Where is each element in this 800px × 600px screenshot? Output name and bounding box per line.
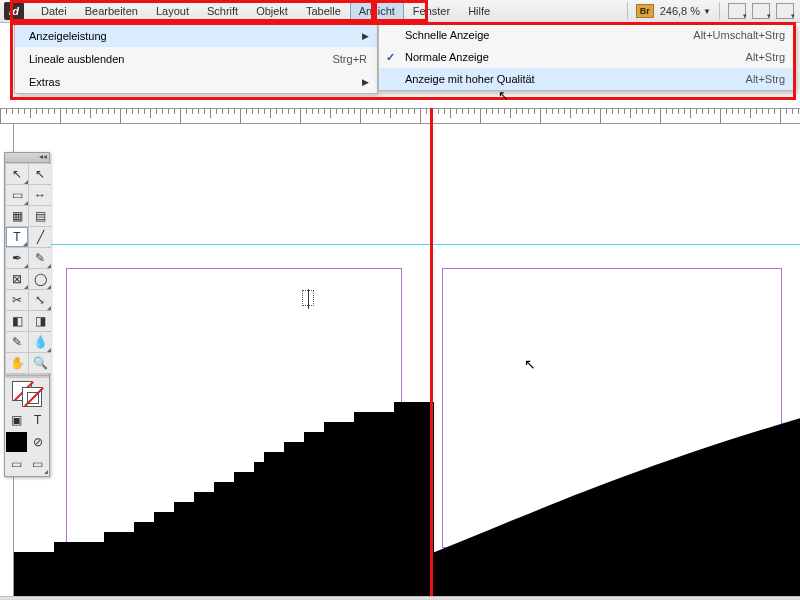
pen-tool[interactable]: ✒ [6, 248, 28, 268]
svg-rect-14 [154, 512, 164, 600]
svg-rect-1 [24, 552, 34, 600]
svg-rect-23 [244, 472, 254, 600]
svg-rect-27 [284, 442, 294, 600]
pencil-tool[interactable]: ✎ [29, 248, 51, 268]
preview-view-mode[interactable]: ▭ [28, 454, 49, 474]
rectangle-frame-tool[interactable]: ⊠ [6, 269, 28, 289]
menu-schrift[interactable]: Schrift [198, 2, 247, 20]
text-cursor-icon [302, 290, 314, 306]
toolbar-right: Br 246,8 % ▼ ▾ ▾ ▾ [625, 2, 800, 20]
horizontal-scrollbar[interactable] [0, 596, 800, 600]
page-tool[interactable]: ▭ [6, 185, 28, 205]
svg-rect-9 [104, 532, 114, 600]
gradient-feather-tool[interactable]: ◨ [29, 311, 51, 331]
gradient-swatch-tool[interactable]: ◧ [6, 311, 28, 331]
svg-rect-6 [74, 542, 84, 600]
menu-objekt[interactable]: Objekt [247, 2, 297, 20]
selection-tool[interactable]: ↖ [6, 164, 28, 184]
separator [627, 2, 628, 20]
menu-lineale-ausblenden[interactable]: Lineale ausblenden Strg+R [15, 47, 377, 70]
ellipse-tool[interactable]: ◯ [29, 269, 51, 289]
content-placer-tool[interactable]: ▤ [29, 206, 51, 226]
zoom-value: 246,8 % [660, 5, 700, 17]
menu-hilfe[interactable]: Hilfe [459, 2, 499, 20]
svg-rect-16 [174, 502, 184, 600]
svg-rect-26 [274, 452, 284, 600]
apply-none-button[interactable]: ⊘ [28, 432, 49, 452]
stroke-swatch[interactable] [22, 387, 42, 407]
menu-bearbeiten[interactable]: Bearbeiten [76, 2, 147, 20]
svg-rect-37 [384, 412, 394, 600]
content-collector-tool[interactable]: ▦ [6, 206, 28, 226]
svg-rect-15 [164, 512, 174, 600]
svg-rect-29 [304, 432, 314, 600]
direct-selection-tool[interactable]: ↖ [29, 164, 51, 184]
svg-rect-40 [414, 402, 424, 600]
scissors-tool[interactable]: ✂ [6, 290, 28, 310]
document-canvas[interactable] [14, 124, 800, 600]
svg-rect-17 [184, 502, 194, 600]
svg-rect-28 [294, 442, 304, 600]
screen-mode-icon[interactable]: ▾ [752, 3, 770, 19]
menu-layout[interactable]: Layout [147, 2, 198, 20]
formatting-container-toggle[interactable]: ▣ [6, 410, 27, 430]
check-icon: ✓ [386, 51, 395, 64]
menu-shortcut: Strg+R [332, 53, 367, 65]
svg-rect-18 [194, 492, 204, 600]
zoom-level-dropdown[interactable]: 246,8 % ▼ [660, 5, 711, 17]
menu-ansicht[interactable]: Ansicht [350, 2, 404, 20]
submenu-shortcut: Alt+Strg [746, 51, 785, 63]
ansicht-dropdown: Anzeigeleistung ▶ Lineale ausblenden Str… [14, 23, 378, 94]
line-tool[interactable]: ╱ [29, 227, 51, 247]
fill-stroke-swatch[interactable] [5, 378, 49, 410]
view-options-icon[interactable]: ▾ [728, 3, 746, 19]
svg-rect-3 [44, 552, 54, 600]
placed-image-normal-quality [14, 282, 434, 600]
svg-rect-21 [224, 482, 234, 600]
anzeigeleistung-submenu: Schnelle Anzeige Alt+Umschalt+Strg ✓ Nor… [378, 23, 796, 91]
svg-rect-22 [234, 472, 244, 600]
bridge-button[interactable]: Br [636, 4, 654, 18]
svg-rect-24 [254, 462, 264, 600]
menu-label: Lineale ausblenden [29, 53, 332, 65]
normal-view-mode[interactable]: ▭ [6, 454, 27, 474]
cursor-pointer-icon: ↖ [498, 88, 509, 103]
arrange-docs-icon[interactable]: ▾ [776, 3, 794, 19]
guide-line[interactable] [14, 244, 800, 245]
menu-datei[interactable]: Datei [32, 2, 76, 20]
svg-rect-10 [114, 532, 124, 600]
menu-anzeigeleistung[interactable]: Anzeigeleistung ▶ [15, 24, 377, 47]
menu-extras[interactable]: Extras ▶ [15, 70, 377, 93]
annotation-divider [430, 108, 433, 600]
svg-rect-19 [204, 492, 214, 600]
submenu-hohe-qualitaet[interactable]: Anzeige mit hoher Qualität Alt+Strg [379, 68, 795, 90]
submenu-arrow-icon: ▶ [362, 31, 369, 41]
free-transform-tool[interactable]: ⤡ [29, 290, 51, 310]
menu-label: Extras [29, 76, 367, 88]
formatting-text-toggle[interactable]: T [28, 410, 49, 430]
note-tool[interactable]: ✎ [6, 332, 28, 352]
svg-rect-31 [324, 422, 334, 600]
gap-tool[interactable]: ↔ [29, 185, 51, 205]
svg-rect-13 [144, 522, 154, 600]
svg-rect-25 [264, 452, 274, 600]
submenu-schnelle-anzeige[interactable]: Schnelle Anzeige Alt+Umschalt+Strg [379, 24, 795, 46]
submenu-shortcut: Alt+Umschalt+Strg [693, 29, 785, 41]
menu-fenster[interactable]: Fenster [404, 2, 459, 20]
horizontal-ruler[interactable] [0, 108, 800, 124]
tools-panel[interactable]: ◂◂ ↖ ↖ ▭ ↔ ▦ ▤ T ╱ ✒ ✎ ⊠ ◯ ✂ ⤡ ◧ ◨ ✎ 💧 ✋… [4, 152, 50, 477]
type-tool[interactable]: T [6, 227, 28, 247]
tools-panel-titlebar[interactable]: ◂◂ [5, 153, 49, 163]
apply-color-button[interactable] [6, 432, 27, 452]
zoom-tool[interactable]: 🔍 [29, 353, 51, 373]
hand-tool[interactable]: ✋ [6, 353, 28, 373]
submenu-arrow-icon: ▶ [362, 77, 369, 87]
eyedropper-tool[interactable]: 💧 [29, 332, 51, 352]
menu-tabelle[interactable]: Tabelle [297, 2, 350, 20]
svg-rect-35 [364, 412, 374, 600]
submenu-normale-anzeige[interactable]: ✓ Normale Anzeige Alt+Strg [379, 46, 795, 68]
svg-rect-36 [374, 412, 384, 600]
submenu-shortcut: Alt+Strg [746, 73, 785, 85]
svg-rect-39 [404, 402, 414, 600]
svg-rect-7 [84, 542, 94, 600]
